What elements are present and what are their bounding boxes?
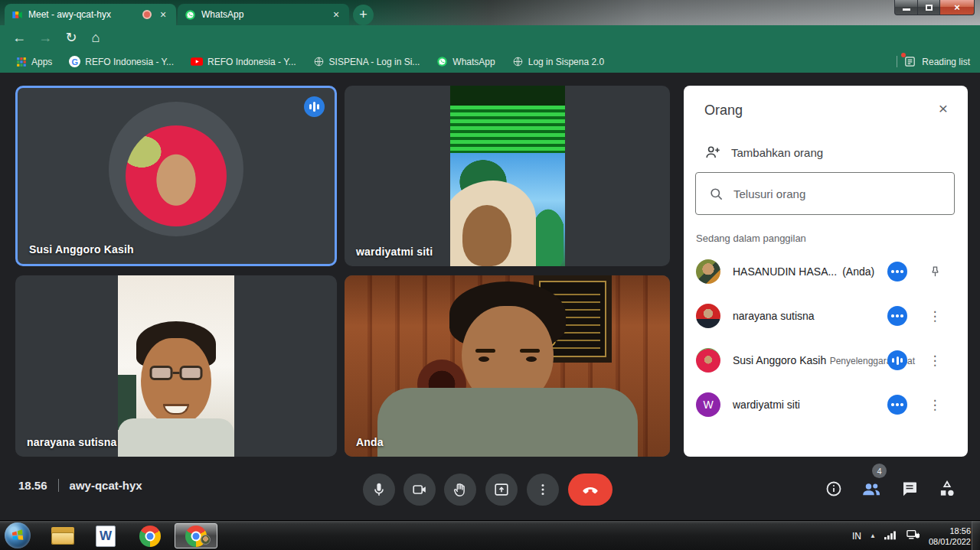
forward-button[interactable]: →	[35, 28, 55, 47]
new-tab-button[interactable]: +	[353, 5, 374, 25]
add-people-button[interactable]: Tambahkan orang	[704, 144, 823, 161]
bookmark-label: Log in Sispena 2.0	[528, 57, 604, 67]
video-feed	[345, 275, 670, 457]
participant-row[interactable]: Susi Anggoro Kasih Penyelenggara rapat ⋮	[684, 338, 968, 382]
minimize-icon	[903, 8, 910, 11]
tab-close-icon[interactable]: ×	[330, 9, 342, 20]
language-indicator[interactable]: IN	[852, 531, 861, 542]
tray-time: 18:56	[949, 526, 971, 535]
bookmark-refo-2[interactable]: REFO Indonesia - Y...	[191, 57, 296, 67]
participant-menu-icon[interactable]: ⋮	[926, 307, 944, 325]
reading-list-label: Reading list	[922, 57, 970, 67]
speaking-indicator-icon[interactable]	[887, 350, 907, 370]
bookmark-sispena-2[interactable]: Log in Sispena 2.0	[512, 56, 604, 67]
video-feed	[450, 86, 565, 266]
show-desktop-button[interactable]	[972, 521, 980, 550]
participant-name: narayana sutisna	[733, 310, 815, 322]
back-button[interactable]: ←	[9, 28, 29, 47]
avatar	[696, 304, 720, 328]
profile-overlay-icon	[201, 535, 211, 545]
maximize-button[interactable]	[918, 0, 940, 15]
participant-menu-icon[interactable]: ⋮	[926, 351, 944, 369]
explorer-folder-icon	[51, 527, 74, 545]
panel-close-icon[interactable]: ×	[934, 99, 952, 118]
maximize-icon	[926, 5, 933, 11]
minimize-button[interactable]	[894, 0, 918, 15]
tile-name-label: Susi Anggoro Kasih	[29, 243, 134, 255]
camera-button[interactable]	[403, 474, 436, 506]
reading-list-icon	[903, 55, 916, 68]
video-tile-anda[interactable]: Anda	[345, 275, 670, 457]
window-titlebar: Meet - awy-qcat-hyx × WhatsApp × + ×	[0, 0, 980, 25]
bookmark-refo-1[interactable]: G REFO Indonesia - Y...	[69, 56, 174, 67]
pin-icon[interactable]	[926, 262, 944, 281]
meet-favicon-icon	[11, 9, 23, 21]
activities-button[interactable]	[936, 477, 959, 500]
screen: Meet - awy-qcat-hyx × WhatsApp × + × ← →…	[0, 0, 980, 550]
bookmark-whatsapp[interactable]: WhatsApp	[436, 56, 495, 67]
google-g-icon: G	[69, 56, 80, 67]
avatar: W	[696, 392, 720, 417]
globe-icon	[313, 56, 325, 67]
person-add-icon	[704, 144, 721, 161]
network-signal-icon[interactable]	[884, 529, 898, 543]
bookmark-sispena[interactable]: SISPENA - Log in Si...	[313, 56, 420, 67]
chat-button[interactable]	[898, 477, 921, 500]
tile-name-label: narayana sutisna	[27, 436, 117, 448]
video-tile-susi[interactable]: Susi Anggoro Kasih	[15, 86, 337, 266]
participant-row[interactable]: HASANUDIN HASA...(Anda)	[684, 249, 968, 294]
more-options-button[interactable]	[527, 474, 559, 506]
video-tile-narayana[interactable]: narayana sutisna	[15, 275, 337, 457]
bookmark-apps[interactable]: Apps	[16, 57, 52, 67]
show-people-button[interactable]	[860, 477, 883, 500]
start-button[interactable]	[5, 522, 31, 548]
tab-close-icon[interactable]: ×	[157, 9, 169, 20]
taskbar-explorer-button[interactable]	[47, 523, 78, 548]
raise-hand-button[interactable]	[444, 474, 476, 506]
bookmark-label: WhatsApp	[452, 57, 495, 67]
participant-list: HASANUDIN HASA...(Anda) narayana sutisna…	[684, 249, 968, 427]
tray-clock[interactable]: 18:56 08/01/2022	[929, 526, 971, 547]
taskbar-chrome-active-button[interactable]	[175, 523, 217, 548]
apps-grid-icon	[16, 57, 27, 67]
tray-expand-icon[interactable]: ▲	[870, 532, 876, 539]
taskbar-chrome-button[interactable]	[135, 523, 165, 548]
video-tile-wardiyatmi[interactable]: wardiyatmi siti	[345, 86, 670, 266]
bookmarks-divider	[897, 56, 897, 67]
participant-avatar	[126, 125, 227, 226]
participant-menu-icon[interactable]: ⋮	[926, 395, 944, 414]
tile-name-label: wardiyatmi siti	[356, 246, 433, 258]
bookmark-label: REFO Indonesia - Y...	[85, 57, 174, 67]
browser-toolbar: ← → ↻ ⌂ meet.google.com/awy-qcat-hyx?aut…	[0, 25, 980, 50]
meeting-details-button[interactable]	[822, 477, 845, 500]
whatsapp-favicon-icon	[185, 9, 196, 21]
audio-indicator-icon[interactable]	[887, 306, 907, 326]
tab-whatsapp[interactable]: WhatsApp ×	[178, 4, 349, 25]
power-plug-icon[interactable]	[906, 529, 920, 544]
audio-indicator-icon[interactable]	[887, 262, 907, 282]
meet-stage: Susi Anggoro Kasih wardiyatmi siti	[0, 73, 980, 520]
search-input[interactable]	[733, 187, 941, 200]
end-call-button[interactable]	[568, 474, 612, 506]
meeting-status: 18.56 awy-qcat-hyx	[18, 479, 142, 492]
people-icon	[861, 478, 882, 500]
taskbar-word-button[interactable]: W	[90, 523, 121, 548]
reload-button[interactable]: ↻	[61, 28, 81, 47]
avatar	[696, 348, 720, 373]
audio-indicator-icon[interactable]	[887, 395, 907, 415]
close-button[interactable]: ×	[940, 0, 975, 15]
mic-button[interactable]	[363, 474, 395, 506]
bookmark-label: Apps	[31, 57, 52, 67]
tab-meet[interactable]: Meet - awy-qcat-hyx ×	[5, 4, 176, 25]
youtube-icon	[191, 57, 203, 67]
participant-row[interactable]: narayana sutisna ⋮	[684, 294, 968, 338]
tray-date: 08/01/2022	[929, 537, 971, 546]
window-controls: ×	[894, 0, 975, 15]
windows-logo-icon	[10, 528, 25, 543]
participant-row[interactable]: W wardiyatmi siti ⋮	[684, 382, 968, 427]
tab-title: WhatsApp	[201, 9, 325, 20]
present-button[interactable]	[485, 474, 518, 506]
meeting-code: awy-qcat-hyx	[70, 479, 142, 492]
home-button[interactable]: ⌂	[86, 28, 106, 47]
reading-list-button[interactable]: Reading list	[903, 55, 970, 68]
